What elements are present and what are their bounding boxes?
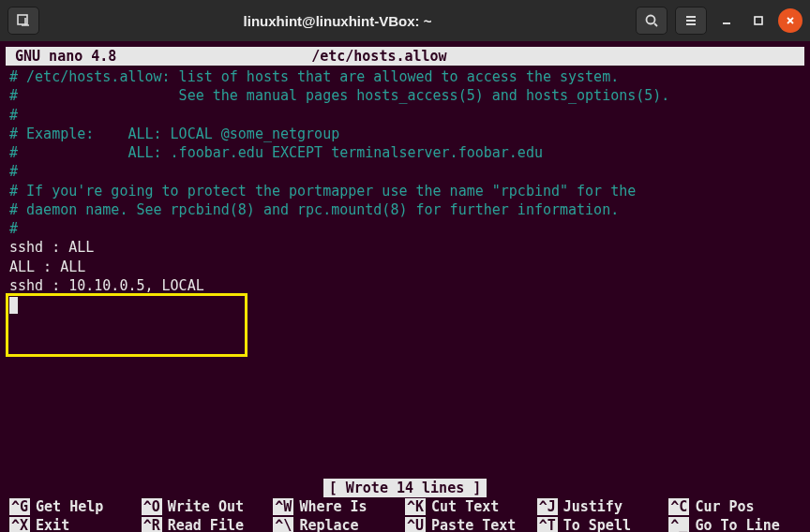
annotation-highlight: [6, 293, 248, 357]
shortcut-item: ^JJustify: [537, 498, 669, 515]
shortcut-item: ^UPaste Text: [405, 517, 537, 532]
terminal-area[interactable]: GNU nano 4.8 /etc/hosts.allow # /etc/hos…: [0, 47, 810, 532]
nano-filename: /etc/hosts.allow: [311, 48, 795, 65]
file-line[interactable]: ALL : ALL: [9, 258, 801, 276]
file-line[interactable]: #: [9, 106, 801, 125]
shortcut-item: ^XExit: [9, 517, 142, 532]
nano-shortcuts: ^GGet Help^OWrite Out^WWhere Is^KCut Tex…: [0, 498, 810, 532]
shortcut-label: Where Is: [299, 498, 367, 515]
file-line[interactable]: #: [9, 162, 801, 181]
shortcut-item: ^CCur Pos: [668, 498, 801, 515]
maximize-button[interactable]: [746, 8, 771, 33]
shortcut-label: Cur Pos: [695, 498, 754, 515]
shortcut-key: ^C: [668, 498, 689, 515]
shortcut-label: Exit: [36, 517, 69, 532]
shortcut-label: Paste Text: [431, 517, 516, 532]
nano-status-line: [ Wrote 14 lines ]: [0, 480, 810, 496]
file-line[interactable]: # daemon name. See rpcbind(8) and rpc.mo…: [9, 200, 801, 219]
shortcut-key: ^_: [668, 517, 689, 532]
shortcut-label: Justify: [563, 498, 622, 515]
shortcut-item: ^OWrite Out: [142, 498, 274, 515]
shortcut-key: ^X: [9, 517, 30, 532]
shortcut-item: ^GGet Help: [9, 498, 142, 515]
search-button[interactable]: [636, 7, 668, 35]
svg-rect-2: [755, 17, 762, 24]
shortcut-key: ^R: [142, 517, 162, 532]
shortcut-key: ^J: [537, 498, 558, 515]
shortcut-item: ^\Replace: [273, 517, 405, 532]
file-line[interactable]: # See the manual pages hosts_access(5) a…: [9, 86, 801, 105]
shortcut-label: Write Out: [168, 498, 244, 515]
svg-point-1: [647, 16, 655, 24]
shortcut-label: Cut Text: [431, 498, 499, 515]
shortcut-key: ^O: [142, 498, 162, 515]
shortcut-key: ^W: [273, 498, 293, 515]
file-content[interactable]: # /etc/hosts.allow: list of hosts that a…: [0, 66, 810, 297]
file-line[interactable]: # If you're going to protect the portmap…: [9, 182, 801, 200]
shortcut-label: To Spell: [563, 517, 631, 532]
shortcut-key: ^U: [405, 517, 426, 532]
nano-header: GNU nano 4.8 /etc/hosts.allow: [6, 47, 804, 66]
shortcut-label: Go To Line: [695, 517, 779, 532]
shortcut-item: ^RRead File: [142, 517, 274, 532]
shortcut-key: ^G: [9, 498, 30, 515]
shortcut-label: Replace: [299, 517, 358, 532]
file-line[interactable]: # ALL: .foobar.edu EXCEPT terminalserver…: [9, 143, 801, 162]
window-titlebar: linuxhint@linuxhint-VBox: ~: [0, 0, 810, 41]
close-button[interactable]: [778, 8, 802, 33]
nano-version: GNU nano 4.8: [15, 48, 311, 65]
menu-button[interactable]: [675, 7, 707, 35]
shortcut-key: ^\: [273, 517, 293, 532]
file-line[interactable]: # /etc/hosts.allow: list of hosts that a…: [9, 67, 801, 86]
window-title: linuxhint@linuxhint-VBox: ~: [47, 13, 628, 29]
text-cursor: [9, 297, 18, 314]
shortcut-item: ^KCut Text: [405, 498, 537, 515]
shortcut-key: ^T: [537, 517, 558, 532]
shortcut-key: ^K: [405, 498, 426, 515]
new-tab-button[interactable]: [8, 7, 39, 35]
file-line[interactable]: # Example: ALL: LOCAL @some_netgroup: [9, 125, 801, 143]
minimize-button[interactable]: [714, 8, 739, 33]
file-line[interactable]: #: [9, 219, 801, 238]
shortcut-label: Read File: [168, 517, 244, 532]
shortcut-label: Get Help: [36, 498, 103, 515]
file-line[interactable]: sshd : ALL: [9, 238, 801, 257]
file-line[interactable]: sshd : 10.10.0.5, LOCAL: [9, 276, 801, 295]
shortcut-item: ^WWhere Is: [273, 498, 405, 515]
shortcut-item: ^TTo Spell: [537, 517, 669, 532]
shortcut-item: ^_Go To Line: [668, 517, 801, 532]
